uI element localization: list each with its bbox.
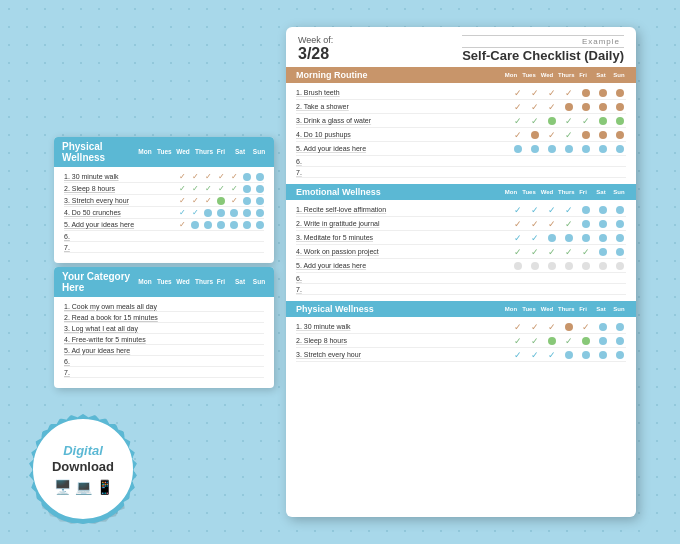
week-of-label: Week of: <box>298 35 333 45</box>
physical-wellness-preview: Physical Wellness Mon Tues Wed Thurs Fri… <box>54 137 274 263</box>
mr-row-3: 3. Drink a glass of water ✓ ✓ ✓ ✓ <box>296 114 626 128</box>
pw-row-4: 4. Do 50 crunches ✓ ✓ <box>64 209 264 219</box>
pw-row-1: 1. 30 minute walk ✓ ✓ ✓ ✓ ✓ <box>64 173 264 183</box>
pw-row-2: 2. Sleep 8 hours ✓ ✓ ✓ ✓ ✓ <box>64 185 264 195</box>
main-card-header: Week of: 3/28 Example Self-Care Checklis… <box>286 27 636 67</box>
morning-routine-section: Morning Routine Mon Tues Wed Thurs Fri S… <box>286 67 636 178</box>
badge-download-text: Download <box>52 459 114 475</box>
ew-row-3: 3. Meditate for 5 minutes ✓ ✓ <box>296 231 626 245</box>
yc-row-5: 5. Ad your ideas here <box>64 347 264 356</box>
your-category-days: Mon Tues Wed Thurs Fri Sat Sun <box>138 278 266 285</box>
morning-routine-rows: 1. Brush teeth ✓ ✓ ✓ ✓ 2. Take a shower <box>286 86 636 178</box>
ew-row-7: 7. <box>296 284 626 295</box>
badge-device-icons: 🖥️ 💻 📱 <box>54 479 113 495</box>
yc-row-3: 3. Log what I eat all day <box>64 325 264 334</box>
pw-row-7: 7. <box>64 244 264 253</box>
physical-wellness-title: Physical Wellness <box>62 141 138 163</box>
ew-row-2: 2. Write in gratitude journal ✓ ✓ ✓ ✓ <box>296 217 626 231</box>
example-label: Example <box>462 35 624 48</box>
pw-row-3: 3. Stretch every hour ✓ ✓ ✓ ✓ <box>64 197 264 207</box>
left-preview-stack: Physical Wellness Mon Tues Wed Thurs Fri… <box>44 137 274 388</box>
monitor-icon: 🖥️ <box>54 479 71 495</box>
physical-wellness-header: Physical Wellness Mon Tues Wed Thurs Fri… <box>54 137 274 167</box>
badge-shape: Digital Download 🖥️ 💻 📱 <box>28 414 138 524</box>
your-category-title: Your Category Here <box>62 271 138 293</box>
pws-row-2: 2. Sleep 8 hours ✓ ✓ ✓ <box>296 334 626 348</box>
emotional-wellness-days: Mon Tues Wed Thurs Fri Sat Sun <box>504 189 626 195</box>
pw-row-5: 5. Add your ideas here ✓ <box>64 221 264 231</box>
mr-row-2: 2. Take a shower ✓ ✓ ✓ <box>296 100 626 114</box>
ew-row-6: 6. <box>296 273 626 284</box>
your-category-header: Your Category Here Mon Tues Wed Thurs Fr… <box>54 267 274 297</box>
emotional-wellness-rows: 1. Recite self-love affirmation ✓ ✓ ✓ ✓ … <box>286 203 636 295</box>
mr-row-1: 1. Brush teeth ✓ ✓ ✓ ✓ <box>296 86 626 100</box>
yc-row-1: 1. Cook my own meals all day <box>64 303 264 312</box>
laptop-icon: 💻 <box>75 479 92 495</box>
mr-row-5: 5. Add your ideas here <box>296 142 626 156</box>
pws-row-3: 3. Stretch every hour ✓ ✓ ✓ <box>296 348 626 362</box>
week-info: Week of: 3/28 <box>298 35 333 63</box>
physical-wellness-days: Mon Tues Wed Thurs Fri Sat Sun <box>138 148 266 155</box>
ew-row-1: 1. Recite self-love affirmation ✓ ✓ ✓ ✓ <box>296 203 626 217</box>
yc-row-4: 4. Free-write for 5 minutes <box>64 336 264 345</box>
emotional-wellness-section: Emotional Wellness Mon Tues Wed Thurs Fr… <box>286 184 636 295</box>
morning-routine-header: Morning Routine Mon Tues Wed Thurs Fri S… <box>286 67 636 83</box>
physical-wellness-section-title: Physical Wellness <box>296 304 374 314</box>
mr-row-7: 7. <box>296 167 626 178</box>
main-card-title: Self-Care Checklist (Daily) <box>462 48 624 63</box>
emotional-wellness-title: Emotional Wellness <box>296 187 381 197</box>
title-block: Example Self-Care Checklist (Daily) <box>462 35 624 63</box>
physical-wellness-section-days: Mon Tues Wed Thurs Fri Sat Sun <box>504 306 626 312</box>
physical-wellness-section-rows: 1. 30 minute walk ✓ ✓ ✓ ✓ 2. Sleep 8 hou… <box>286 320 636 362</box>
mr-row-4: 4. Do 10 pushups ✓ ✓ ✓ <box>296 128 626 142</box>
physical-wellness-section: Physical Wellness Mon Tues Wed Thurs Fri… <box>286 301 636 362</box>
your-category-preview: Your Category Here Mon Tues Wed Thurs Fr… <box>54 267 274 388</box>
yc-row-2: 2. Read a book for 15 minutes <box>64 314 264 323</box>
mobile-icon: 📱 <box>96 479 113 495</box>
ew-row-5: 5. Add your ideas here <box>296 259 626 273</box>
digital-download-badge: Digital Download 🖥️ 💻 📱 <box>28 414 138 524</box>
morning-routine-title: Morning Routine <box>296 70 368 80</box>
ew-row-4: 4. Work on passion project ✓ ✓ ✓ ✓ ✓ <box>296 245 626 259</box>
badge-digital-text: Digital <box>63 443 103 459</box>
week-date-value: 3/28 <box>298 45 333 63</box>
emotional-wellness-header: Emotional Wellness Mon Tues Wed Thurs Fr… <box>286 184 636 200</box>
pw-row-6: 6. <box>64 233 264 242</box>
morning-routine-days: Mon Tues Wed Thurs Fri Sat Sun <box>504 72 626 78</box>
main-checklist-card: Week of: 3/28 Example Self-Care Checklis… <box>286 27 636 517</box>
yc-row-7: 7. <box>64 369 264 378</box>
mr-row-6: 6. <box>296 156 626 167</box>
yc-row-6: 6. <box>64 358 264 367</box>
physical-wellness-section-header: Physical Wellness Mon Tues Wed Thurs Fri… <box>286 301 636 317</box>
pws-row-1: 1. 30 minute walk ✓ ✓ ✓ ✓ <box>296 320 626 334</box>
